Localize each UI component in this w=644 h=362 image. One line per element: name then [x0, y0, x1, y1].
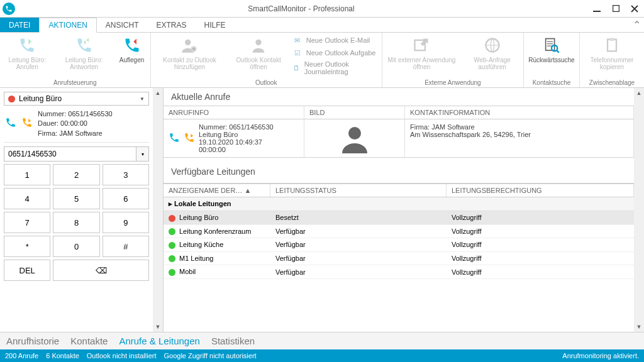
chevron-down-icon: ▼: [140, 96, 145, 102]
status-dot-icon: [8, 96, 15, 102]
ribbon-btn-auflegen[interactable]: Auflegen: [114, 33, 150, 78]
dialpad-6[interactable]: 6: [103, 188, 149, 209]
dial-history-button[interactable]: ▾: [136, 146, 149, 162]
lines-group-header[interactable]: ▸ Lokale Leitungen: [164, 197, 634, 211]
line-row[interactable]: MobilVerfügbarVollzugriff: [164, 265, 634, 279]
dialpad-8[interactable]: 8: [53, 212, 99, 233]
menu-tab-aktionen[interactable]: AKTIONEN: [39, 18, 96, 33]
col-header-linestatus[interactable]: LEITUNGSSTATUS: [270, 184, 447, 197]
status-dot-icon: [169, 255, 175, 262]
ribbon-btn-label: Rückwärtssuche: [528, 57, 574, 63]
ribbon-btn-label: Leitung Büro: Anrufen: [4, 57, 50, 70]
dialpad-0[interactable]: 0: [53, 236, 99, 257]
right main-panel: Aktuelle Anrufe ANRUFINFO BILD KONTAKTIN…: [164, 88, 644, 332]
call-line: Leitung Büro: [199, 131, 274, 138]
menu-tab-hilfe[interactable]: HILFE: [195, 18, 234, 32]
ribbon-btn-label: Outlook Kontakt öffnen: [232, 57, 284, 70]
line-row[interactable]: Leitung KücheVerfügbarVollzugriff: [164, 238, 634, 252]
svg-rect-7: [546, 39, 555, 51]
contact-company-label: Firma:: [410, 123, 430, 131]
ribbon-collapse-button[interactable]: ⌃: [629, 18, 644, 32]
col-header-contact[interactable]: KONTAKTINFORMATION: [405, 106, 634, 119]
col-header-label: ANZEIGENAME DER…: [169, 187, 242, 194]
dialpad-del[interactable]: DEL: [4, 260, 50, 281]
col-header-linename[interactable]: ANZEIGENAME DER… ▲: [164, 184, 270, 197]
dialpad-2[interactable]: 2: [53, 164, 99, 185]
ribbon-btn-antworten[interactable]: Leitung Büro: Antworten: [54, 33, 113, 78]
dialpad: 1 2 3 4 5 6 7 8 9 * 0 # DEL ⌫: [4, 164, 149, 281]
left-scrollbar[interactable]: ▲ ▼: [153, 88, 163, 332]
minimize-button[interactable]: [587, 0, 606, 18]
bottom-tab-history[interactable]: Anrufhistorie: [6, 336, 59, 346]
dialpad-1[interactable]: 1: [4, 164, 50, 185]
menu-tab-extras[interactable]: EXTRAS: [147, 18, 195, 32]
scroll-down-icon[interactable]: ▼: [153, 322, 163, 332]
ribbon-group-zwischenablage: Telefonnummer kopieren Zwischenablage: [580, 33, 644, 87]
svg-point-4: [255, 40, 261, 45]
phone-call-icon: [17, 35, 37, 55]
line-row[interactable]: Leitung BüroBesetztVollzugriff: [164, 211, 634, 225]
menu-tab-ansicht[interactable]: ANSICHT: [97, 18, 148, 32]
ribbon-item-outlook-task[interactable]: ☑Neue Outlook Aufgabe: [292, 48, 378, 58]
col-header-lineperm[interactable]: LEITUNGSBERECHTIGUNG: [447, 184, 634, 197]
phone-outgoing-icon: [21, 117, 33, 131]
status-google: Google Zugriff nicht autorisiert: [164, 352, 256, 359]
scroll-up-icon[interactable]: ▲: [634, 88, 644, 98]
dial-input[interactable]: [4, 146, 136, 162]
bottom-tab-calls-lines[interactable]: Anrufe & Leitungen: [119, 336, 199, 346]
maximize-button[interactable]: [606, 0, 625, 18]
dialpad-hash[interactable]: #: [103, 236, 149, 257]
ribbon-btn-outlook-open[interactable]: Outlook Kontakt öffnen: [228, 33, 288, 78]
line-selector[interactable]: Leitung Büro ▼: [4, 92, 149, 106]
scroll-up-icon[interactable]: ▲: [153, 88, 163, 98]
line-name: Mobil: [179, 268, 196, 275]
call-timestamp: 19.10.2020 10:49:37: [199, 138, 274, 146]
available-lines-title: Verfügbare Leitungen: [164, 163, 644, 180]
ribbon-item-label: Neue Outlook Aufgabe: [306, 49, 376, 57]
status-monitoring: Anrufmonitoring aktiviert.: [562, 352, 639, 359]
lines-group-label: Lokale Leitungen: [174, 200, 231, 207]
dialpad-5[interactable]: 5: [53, 188, 99, 209]
ribbon: Leitung Büro: Anrufen Leitung Büro: Antw…: [0, 33, 644, 88]
dialpad-star[interactable]: *: [4, 236, 50, 257]
right-scrollbar[interactable]: ▲ ▼: [634, 88, 644, 332]
ribbon-item-outlook-email[interactable]: ✉Neue Outlook E-Mail: [292, 35, 378, 45]
scroll-down-icon[interactable]: ▼: [634, 322, 644, 332]
close-button[interactable]: [625, 0, 644, 18]
ribbon-group-label: Kontaktsuche: [524, 78, 579, 87]
svg-point-15: [348, 127, 361, 140]
line-row[interactable]: M1 LeitungVerfügbarVollzugriff: [164, 252, 634, 266]
app-icon: [3, 3, 15, 15]
reverse-lookup-icon: [541, 35, 562, 55]
contact-address: Am Wissenschaftspark 26, 54296, Trier: [410, 131, 628, 138]
col-header-pic[interactable]: BILD: [304, 106, 405, 119]
ribbon-btn-anrufen[interactable]: Leitung Büro: Anrufen: [0, 33, 54, 78]
phone-outgoing-icon: [184, 132, 195, 145]
bottom-tab-contacts[interactable]: Kontakte: [70, 336, 108, 346]
ribbon-btn-label: Telefonnummer kopieren: [584, 57, 640, 70]
bottom-tab-stats[interactable]: Statistiken: [211, 336, 255, 346]
phone-incoming-icon: [169, 132, 180, 145]
dialpad-3[interactable]: 3: [103, 164, 149, 185]
ribbon-btn-reverse-lookup[interactable]: Rückwärtssuche: [524, 33, 579, 78]
dialpad-backspace[interactable]: ⌫: [53, 260, 149, 281]
svg-point-2: [185, 40, 191, 45]
line-name: Leitung Küche: [179, 241, 223, 248]
dialpad-4[interactable]: 4: [4, 188, 50, 209]
ribbon-btn-outlook-add[interactable]: Kontakt zu Outlook hinzufügen: [151, 33, 229, 78]
summary-number: 0651/1456530: [68, 110, 112, 118]
line-row[interactable]: Leitung KonferenzraumVerfügbarVollzugrif…: [164, 225, 634, 239]
ribbon-btn-label: Leitung Büro: Antworten: [58, 57, 109, 70]
menu-tab-file[interactable]: DATEI: [0, 18, 39, 32]
summary-number-label: Nummer:: [38, 110, 66, 118]
ribbon-group-externe: Mit externer Anwendung öffnen Web-Anfrag…: [382, 33, 524, 87]
dialpad-7[interactable]: 7: [4, 212, 50, 233]
ribbon-group-outlook: Kontakt zu Outlook hinzufügen Outlook Ko…: [151, 33, 382, 87]
ribbon-item-outlook-journal[interactable]: 🗒Neuer Outlook Journaleintrag: [292, 60, 378, 75]
ribbon-btn-web-request[interactable]: Web-Anfrage ausführen: [461, 33, 523, 78]
journal-icon: 🗒: [292, 63, 301, 73]
dialpad-9[interactable]: 9: [103, 212, 149, 233]
col-header-info[interactable]: ANRUFINFO: [164, 106, 304, 119]
ribbon-btn-external-open[interactable]: Mit externer Anwendung öffnen: [382, 33, 461, 78]
ribbon-btn-copy-phone[interactable]: Telefonnummer kopieren: [580, 33, 644, 78]
